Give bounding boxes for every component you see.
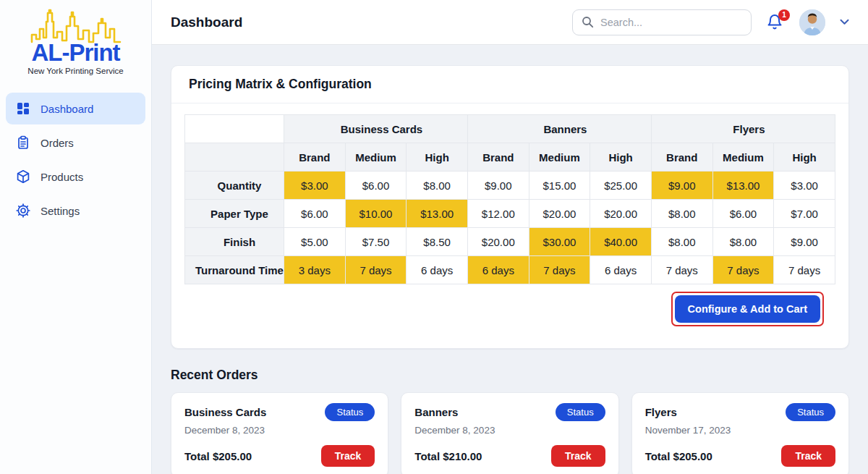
table-corner-cell (185, 115, 284, 143)
tier-header: High (774, 143, 835, 172)
price-cell[interactable]: $5.00 (284, 228, 346, 256)
tier-header-row: BrandMediumHighBrandMediumHighBrandMediu… (185, 143, 835, 172)
gear-icon (16, 203, 30, 218)
recent-orders-grid: Business Cards Status December 8, 2023 T… (171, 392, 849, 474)
price-cell[interactable]: $20.00 (467, 228, 529, 256)
search-input[interactable] (600, 17, 742, 28)
price-cell[interactable]: 6 days (590, 256, 652, 284)
price-cell-selected[interactable]: 7 days (345, 256, 407, 284)
order-title: Business Cards (184, 406, 266, 418)
price-cell[interactable]: $6.00 (712, 200, 774, 228)
pricing-row: Quantity$3.00$6.00$8.00$9.00$15.00$25.00… (185, 172, 835, 200)
logo: AL-Print New York Printing Service (0, 0, 151, 80)
price-cell[interactable]: $8.00 (712, 228, 774, 256)
tier-header: Medium (345, 143, 407, 172)
product-group-header: Business Cards (284, 115, 468, 143)
price-cell-selected[interactable]: $13.00 (407, 200, 468, 228)
chevron-down-icon[interactable] (840, 19, 849, 25)
price-cell[interactable]: $12.00 (467, 200, 529, 228)
price-cell[interactable]: $20.00 (590, 200, 652, 228)
pricing-row: Turnaround Time3 days7 days6 days6 days7… (185, 256, 835, 284)
pricing-card-title: Pricing Matrix & Configuration (171, 66, 848, 103)
price-cell[interactable]: $9.00 (467, 172, 529, 200)
status-button[interactable]: Status (556, 403, 605, 421)
price-cell-selected[interactable]: 6 days (467, 256, 529, 284)
pricing-row: Paper Type$6.00$10.00$13.00$12.00$20.00$… (185, 200, 835, 228)
sidebar-item-label: Orders (41, 137, 74, 149)
configure-add-to-cart-button[interactable]: Configure & Add to Cart (675, 295, 820, 323)
sidebar-nav: Dashboard Orders (0, 93, 151, 227)
price-cell[interactable]: $7.50 (345, 228, 407, 256)
order-date: December 8, 2023 (184, 425, 375, 436)
sidebar-item-orders[interactable]: Orders (6, 127, 145, 158)
price-cell-selected[interactable]: $10.00 (345, 200, 407, 228)
tier-header: Brand (651, 143, 712, 172)
annotation-highlight-box: Configure & Add to Cart (671, 292, 824, 326)
product-group-header: Banners (467, 115, 651, 143)
sidebar: AL-Print New York Printing Service Dashb… (0, 0, 152, 474)
price-cell[interactable]: $7.00 (774, 200, 835, 228)
price-cell[interactable]: $8.00 (407, 172, 468, 200)
price-cell[interactable]: $25.00 (590, 172, 652, 200)
track-button[interactable]: Track (551, 445, 605, 467)
search-icon (582, 16, 594, 28)
search-box (572, 9, 752, 35)
pricing-row-label: Paper Type (185, 200, 284, 228)
order-total: Total $205.00 (184, 450, 252, 462)
price-cell[interactable]: $3.00 (774, 172, 835, 200)
track-button[interactable]: Track (321, 445, 375, 467)
status-button[interactable]: Status (786, 403, 835, 421)
price-cell[interactable]: $9.00 (774, 228, 835, 256)
price-cell-selected[interactable]: $3.00 (284, 172, 346, 200)
product-group-header: Flyers (651, 115, 835, 143)
tier-header: Brand (467, 143, 529, 172)
order-date: December 8, 2023 (414, 425, 605, 436)
dashboard-grid-icon (16, 101, 30, 116)
track-button[interactable]: Track (781, 445, 835, 467)
tier-header: High (407, 143, 468, 172)
sidebar-item-dashboard[interactable]: Dashboard (6, 93, 145, 124)
group-header-row: Business CardsBannersFlyers (185, 115, 835, 143)
price-cell[interactable]: 7 days (774, 256, 835, 284)
skyline-icon (25, 7, 127, 43)
sidebar-item-settings[interactable]: Settings (6, 195, 145, 227)
price-cell[interactable]: $6.00 (345, 172, 407, 200)
price-cell-selected[interactable]: $30.00 (529, 228, 590, 256)
order-total: Total $210.00 (414, 450, 482, 462)
box-icon (16, 169, 30, 184)
order-date: November 17, 2023 (645, 425, 835, 436)
price-cell-selected[interactable]: 7 days (529, 256, 590, 284)
status-button[interactable]: Status (325, 403, 375, 421)
notifications-button[interactable]: 1 (766, 13, 785, 32)
price-cell[interactable]: $8.00 (651, 228, 712, 256)
order-total: Total $205.00 (645, 450, 712, 462)
logo-subtitle: New York Printing Service (6, 67, 145, 75)
clipboard-icon (16, 135, 30, 150)
pricing-row-label: Finish (185, 228, 284, 256)
order-card: Business Cards Status December 8, 2023 T… (171, 392, 388, 474)
price-cell[interactable]: $20.00 (529, 200, 590, 228)
price-cell[interactable]: $6.00 (284, 200, 346, 228)
pricing-table: Business CardsBannersFlyersBrandMediumHi… (184, 114, 835, 284)
price-cell-selected[interactable]: 3 days (284, 256, 346, 284)
order-title: Banners (414, 406, 458, 418)
price-cell-selected[interactable]: $40.00 (590, 228, 652, 256)
price-cell-selected[interactable]: $9.00 (651, 172, 712, 200)
price-cell-selected[interactable]: $13.00 (712, 172, 774, 200)
pricing-row-label: Turnaround Time (185, 256, 284, 284)
price-cell[interactable]: 7 days (651, 256, 712, 284)
pricing-card: Pricing Matrix & Configuration Business … (171, 65, 849, 349)
sidebar-item-products[interactable]: Products (6, 161, 145, 192)
sidebar-item-label: Dashboard (41, 103, 93, 115)
avatar[interactable] (799, 9, 825, 35)
price-cell[interactable]: $8.50 (407, 228, 468, 256)
logo-title: AL-Print (6, 41, 145, 64)
sidebar-item-label: Products (41, 171, 83, 183)
notification-badge: 1 (778, 9, 790, 21)
price-cell-selected[interactable]: 7 days (712, 256, 774, 284)
tier-header: Brand (284, 143, 346, 172)
pricing-row-label: Quantity (185, 172, 284, 200)
price-cell[interactable]: $15.00 (529, 172, 590, 200)
price-cell[interactable]: $8.00 (651, 200, 712, 228)
price-cell[interactable]: 6 days (407, 256, 468, 284)
